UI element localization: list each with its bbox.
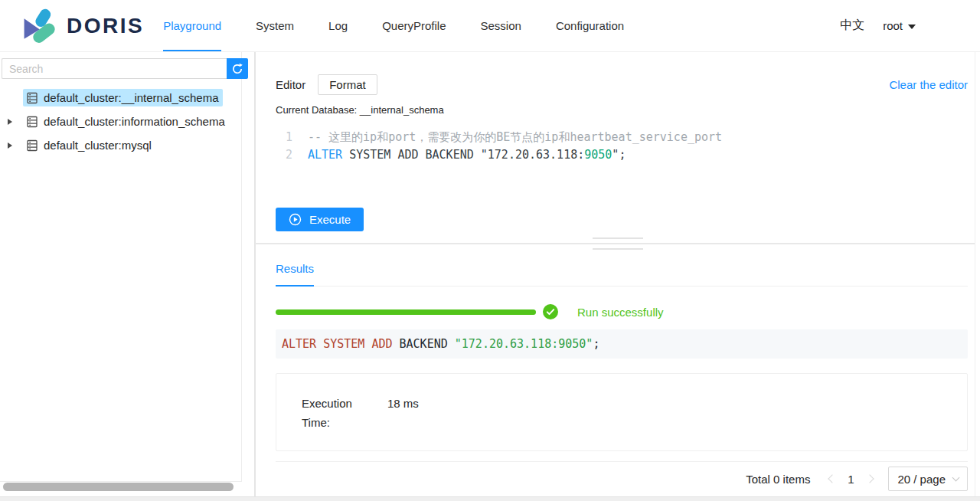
chevron-right-icon — [865, 474, 874, 483]
database-icon — [26, 92, 38, 104]
executed-sql-box: ALTER SYSTEM ADD BACKEND "172.20.63.118:… — [276, 329, 968, 359]
execution-time-value: 18 ms — [387, 394, 419, 413]
sql-mid: BACKEND — [393, 337, 455, 351]
editor-title: Editor — [276, 78, 305, 91]
caret-down-icon — [908, 25, 916, 29]
execution-time-label: Execution Time: — [302, 394, 378, 432]
vertical-scrollbar-track[interactable] — [975, 52, 980, 496]
execution-time-card: Execution Time: 18 ms — [276, 373, 968, 451]
doris-logo-icon — [21, 7, 57, 45]
nav-item-system[interactable]: System — [256, 0, 294, 51]
sql-tail: "; — [612, 148, 626, 162]
execute-label: Execute — [309, 213, 351, 226]
sql-keyword: ALTER SYSTEM ADD — [282, 337, 393, 351]
nav-item-playground[interactable]: Playground — [163, 0, 221, 51]
editor-toolbar: Editor Format Clear the editor — [276, 73, 968, 97]
results-tabbar: Results — [276, 262, 968, 287]
nav-item-queryprofile[interactable]: QueryProfile — [382, 0, 446, 51]
prev-page-button[interactable] — [821, 469, 841, 489]
top-navbar: DORIS Playground System Log QueryProfile… — [0, 0, 980, 52]
main-panel: Editor Format Clear the editor Current D… — [256, 52, 980, 496]
sql-editor[interactable]: 1 -- 这里的ip和port，需要改为你的BE节点的ip和heartbeat_… — [276, 129, 968, 164]
doris-app: DORIS Playground System Log QueryProfile… — [0, 0, 980, 501]
database-icon — [26, 116, 38, 128]
current-database-label: Current Database: __internal_schema — [276, 104, 968, 116]
doris-logo[interactable]: DORIS — [21, 0, 144, 51]
tree-item-information-schema[interactable]: default_cluster:information_schema — [0, 110, 242, 133]
tree-item-label: default_cluster:mysql — [44, 139, 152, 152]
database-sidebar: default_cluster:__internal_schema — [0, 52, 256, 496]
editor-line-1: 1 -- 这里的ip和port，需要改为你的BE节点的ip和heartbeat_… — [276, 129, 968, 146]
sql-body: SYSTEM ADD BACKEND "172.20.63.118: — [342, 148, 584, 162]
search-input[interactable] — [2, 58, 227, 79]
sql-statement: ALTER SYSTEM ADD BACKEND "172.20.63.118:… — [308, 146, 626, 164]
panel-splitter[interactable] — [255, 237, 980, 250]
tree-node[interactable]: default_cluster:information_schema — [23, 113, 230, 130]
current-page[interactable]: 1 — [841, 473, 861, 486]
horizontal-scrollbar-thumb[interactable] — [3, 483, 234, 491]
main-nav: Playground System Log QueryProfile Sessi… — [163, 0, 624, 51]
pagination: Total 0 items 1 20 / page — [276, 462, 968, 496]
caret-right-icon[interactable] — [8, 119, 12, 125]
tree-panel-bottom-border — [0, 481, 242, 482]
caret-right-icon[interactable] — [8, 142, 12, 149]
sql-string: "172.20.63.118:9050" — [455, 337, 593, 351]
tree-item-mysql[interactable]: default_cluster:mysql — [0, 133, 242, 157]
run-status-text: Run successfully — [577, 306, 664, 319]
sql-comment: -- 这里的ip和port，需要改为你的BE节点的ip和heartbeat_se… — [308, 129, 722, 146]
splitter-grip-top — [593, 237, 643, 239]
run-status-row: Run successfully — [276, 304, 968, 319]
sql-keyword: ALTER — [308, 148, 342, 162]
editor-line-2: 2 ALTER SYSTEM ADD BACKEND "172.20.63.11… — [276, 146, 968, 164]
bottom-strip — [0, 496, 980, 501]
splitter-grip-bottom — [593, 248, 643, 250]
execute-row: Execute — [276, 208, 968, 231]
execute-button[interactable]: Execute — [276, 208, 364, 231]
clear-editor-link[interactable]: Clear the editor — [889, 78, 968, 91]
play-circle-icon — [289, 213, 302, 226]
user-menu[interactable]: root — [883, 19, 916, 32]
tree-node-selected[interactable]: default_cluster:__internal_schema — [23, 89, 223, 106]
refresh-icon — [231, 63, 243, 75]
sql-port: 9050 — [584, 148, 612, 162]
format-button[interactable]: Format — [318, 74, 377, 95]
tree-item-label: default_cluster:__internal_schema — [44, 91, 218, 104]
refresh-button[interactable] — [227, 58, 248, 79]
page-body: default_cluster:__internal_schema — [0, 52, 980, 496]
navbar-right: 中文 root — [840, 0, 980, 51]
check-circle-icon — [543, 304, 558, 319]
database-icon — [26, 139, 38, 152]
tree-node[interactable]: default_cluster:mysql — [23, 136, 156, 154]
language-switch[interactable]: 中文 — [840, 18, 864, 34]
chevron-down-icon — [952, 473, 960, 481]
chevron-left-icon — [828, 474, 836, 483]
page-size-select[interactable]: 20 / page — [888, 467, 968, 491]
splitter-line — [255, 243, 980, 244]
page-size-value: 20 / page — [897, 473, 946, 486]
nav-item-log[interactable]: Log — [328, 0, 348, 51]
search-row — [2, 58, 248, 79]
line-number: 2 — [276, 146, 292, 164]
nav-item-configuration[interactable]: Configuration — [556, 0, 624, 51]
pagination-total: Total 0 items — [746, 473, 810, 486]
tree-item-label: default_cluster:information_schema — [44, 115, 225, 128]
line-number: 1 — [276, 129, 292, 146]
sql-tail: ; — [593, 337, 599, 351]
tab-results[interactable]: Results — [276, 262, 314, 287]
progress-bar — [276, 309, 536, 315]
nav-item-session[interactable]: Session — [481, 0, 521, 51]
tree-item-internal-schema[interactable]: default_cluster:__internal_schema — [0, 86, 242, 110]
brand-name: DORIS — [67, 14, 144, 38]
database-tree: default_cluster:__internal_schema — [0, 86, 242, 157]
user-name: root — [883, 19, 903, 32]
next-page-button[interactable] — [861, 469, 880, 489]
